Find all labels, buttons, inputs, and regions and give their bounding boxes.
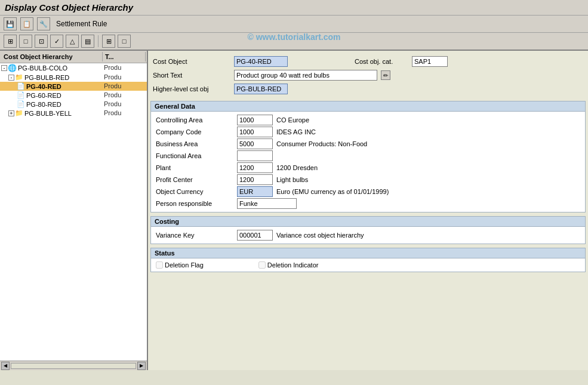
object-currency-value: Euro (EMU currency as of 01/01/1999): [276, 188, 389, 195]
tree-item-pg-80-red[interactable]: PG-80-RED: [26, 101, 100, 108]
leaf-icon-60-red: 📄: [17, 91, 25, 99]
cost-obj-cat-input[interactable]: [412, 56, 448, 67]
cost-object-input[interactable]: [234, 56, 288, 67]
tree-item-pg-60-red[interactable]: PG-60-RED: [26, 92, 100, 99]
copy-button[interactable]: 📋: [20, 17, 33, 30]
general-data-section: General Data Controlling Area CO Europe …: [150, 101, 586, 212]
deletion-flag-checkbox: [156, 261, 163, 269]
tree-col1-header: Cost Object Hierarchy: [1, 52, 103, 61]
leaf-icon-40-red: 📄: [17, 82, 25, 90]
left-panel: Cost Object Hierarchy T... - 🌐 PG-BULB-C…: [0, 51, 148, 370]
horizontal-scrollbar[interactable]: ◀ ▶: [0, 361, 147, 370]
person-responsible-label: Person responsible: [156, 200, 233, 207]
form-row-variance-key: Variance Key Variance cost object hierar…: [156, 229, 580, 241]
status-content: Deletion Flag Deletion Indicator: [151, 258, 585, 272]
tree-desc-pg-bulb-red: Produ: [101, 73, 147, 82]
short-text-input[interactable]: [234, 70, 377, 81]
form-row-controlling-area: Controlling Area CO Europe: [156, 114, 580, 126]
status-section: Status Deletion Flag Deletion Indicator: [150, 248, 586, 272]
tree-desc-pg-60-red: Produ: [101, 91, 147, 100]
toolbar2-btn4[interactable]: ✓: [50, 35, 63, 48]
tree-row: - 📁 PG-BULB-RED Produ: [0, 73, 147, 82]
main-content: Cost Object Hierarchy T... - 🌐 PG-BULB-C…: [0, 51, 588, 370]
toolbar2-btn7[interactable]: ⊞: [102, 35, 115, 48]
plant-input[interactable]: [237, 162, 273, 173]
top-form: Cost Object Cost obj. cat. Short Text ✏ …: [150, 53, 586, 97]
form-row-business-area: Business Area Consumer Products: Non-Foo…: [156, 138, 580, 150]
cost-obj-cat-label: Cost obj. cat.: [355, 58, 408, 65]
deletion-indicator-field[interactable]: Deletion Indicator: [258, 261, 319, 269]
form-row-plant: Plant 1200 Dresden: [156, 162, 580, 174]
save-button[interactable]: 💾: [4, 17, 17, 30]
tree-item-pg-40-red[interactable]: PG-40-RED: [26, 83, 100, 90]
variance-key-input[interactable]: [237, 230, 273, 241]
toolbar2: ⊞ □ ⊡ ✓ △ ▤ ⊞ □: [0, 33, 588, 51]
form-row-functional-area: Functional Area: [156, 150, 580, 162]
controlling-area-input[interactable]: [237, 115, 273, 125]
business-area-input[interactable]: [237, 138, 273, 149]
expand-bulb-red[interactable]: -: [8, 75, 14, 81]
form-row-object-currency: Object Currency Euro (EMU currency as of…: [156, 186, 580, 198]
toolbar1: 💾 📋 🔧 Settlement Rule © www.tutorialkart…: [0, 16, 588, 33]
tree-row: + 📁 PG-BULB-YELL Produ: [0, 109, 147, 118]
costing-header: Costing: [151, 217, 585, 227]
cost-object-label: Cost Object: [153, 58, 230, 65]
general-data-header: General Data: [151, 101, 585, 112]
tree-desc-pg-bulb-colo: Produ: [101, 63, 147, 73]
higher-level-label: Higher-level cst obj: [153, 85, 230, 93]
tree-col2-header: T...: [103, 52, 146, 61]
tree-item-pg-bulb-yell[interactable]: PG-BULB-YELL: [24, 110, 100, 117]
variance-key-label: Variance Key: [156, 232, 233, 239]
functional-area-label: Functional Area: [156, 152, 233, 159]
deletion-flag-label: Deletion Flag: [165, 261, 204, 269]
controlling-area-value: CO Europe: [276, 116, 309, 124]
tree-row: 📄 PG-80-RED Produ: [0, 100, 147, 109]
leaf-icon-80-red: 📄: [17, 100, 25, 108]
toolbar2-btn5[interactable]: △: [66, 35, 79, 48]
tree-desc-pg-80-red: Produ: [101, 100, 147, 109]
folder-icon-yell: 📁: [15, 109, 23, 117]
tree-item-pg-bulb-colo[interactable]: PG-BULB-COLO: [18, 64, 100, 72]
profit-center-input[interactable]: [237, 174, 273, 185]
tree-desc-pg-bulb-yell: Produ: [101, 109, 147, 118]
toolbar2-btn6[interactable]: ▤: [81, 35, 94, 48]
form-row-cost-object: Cost Object Cost obj. cat.: [153, 56, 583, 67]
expand-bulb-yell[interactable]: +: [8, 110, 14, 116]
plant-value: 1200 Dresden: [276, 164, 318, 171]
profit-center-label: Profit Center: [156, 176, 233, 183]
toolbar2-btn8[interactable]: □: [118, 35, 131, 48]
form-row-short-text: Short Text ✏: [153, 69, 583, 81]
form-row-company-code: Company Code IDES AG INC: [156, 126, 580, 138]
variance-key-value: Variance cost object hierarchy: [276, 232, 364, 239]
object-currency-input[interactable]: [237, 186, 273, 197]
deletion-indicator-checkbox: [258, 261, 266, 269]
toolbar2-btn2[interactable]: □: [19, 35, 32, 48]
costing-content: Variance Key Variance cost object hierar…: [151, 227, 585, 244]
status-header: Status: [151, 248, 585, 258]
costing-section: Costing Variance Key Variance cost objec…: [150, 216, 586, 244]
toolbar2-btn1[interactable]: ⊞: [4, 35, 17, 48]
short-text-label: Short Text: [153, 72, 230, 79]
business-area-value: Consumer Products: Non-Food: [276, 140, 367, 147]
expand-bulb-colo[interactable]: -: [1, 65, 7, 71]
person-responsible-input[interactable]: [237, 198, 297, 209]
form-row-person-responsible: Person responsible: [156, 198, 580, 210]
tree-row-selected: 📄 PG-40-RED Produ: [0, 82, 147, 91]
company-code-label: Company Code: [156, 128, 233, 135]
higher-level-input[interactable]: [234, 84, 288, 94]
page-title: Display Cost Object Hierarchy: [5, 2, 133, 13]
general-data-content: Controlling Area CO Europe Company Code …: [151, 112, 585, 212]
short-text-edit-icon[interactable]: ✏: [381, 70, 390, 80]
tree-item-pg-bulb-red[interactable]: PG-BULB-RED: [24, 74, 100, 81]
tree-header: Cost Object Hierarchy T...: [0, 51, 147, 63]
object-currency-label: Object Currency: [156, 188, 233, 195]
functional-area-input[interactable]: [237, 150, 273, 161]
config-button[interactable]: 🔧: [37, 17, 50, 30]
deletion-flag-field[interactable]: Deletion Flag: [156, 261, 204, 269]
toolbar2-btn3[interactable]: ⊡: [35, 35, 48, 48]
company-code-input[interactable]: [237, 127, 273, 137]
scroll-right[interactable]: ▶: [137, 362, 146, 370]
scroll-left[interactable]: ◀: [1, 362, 10, 370]
deletion-indicator-label: Deletion Indicator: [267, 261, 319, 269]
tree-body[interactable]: - 🌐 PG-BULB-COLO Produ - 📁 PG-BULB-RED P…: [0, 63, 147, 361]
